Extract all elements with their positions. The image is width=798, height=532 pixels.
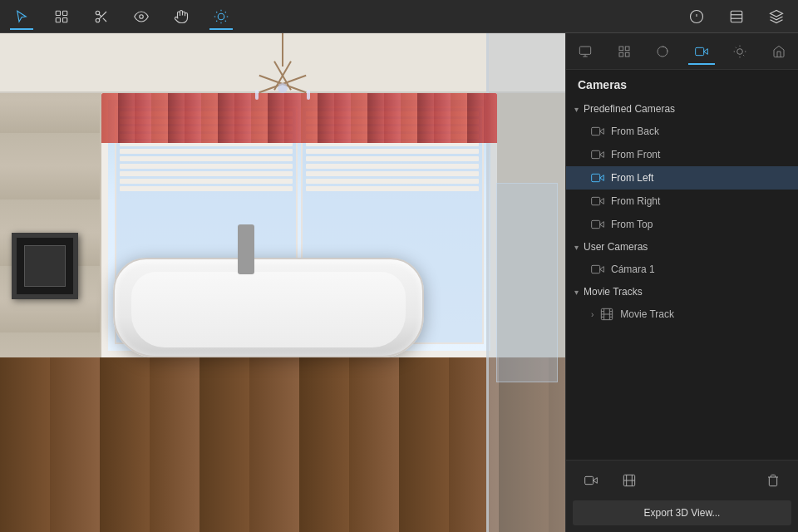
svg-rect-29 — [625, 52, 629, 57]
viewport[interactable] — [0, 33, 565, 532]
from-left-camera-icon — [591, 171, 604, 185]
wall-art — [12, 233, 78, 299]
eye-tool-icon[interactable] — [130, 5, 153, 28]
add-track-icon[interactable] — [616, 467, 643, 494]
info-icon[interactable] — [685, 5, 708, 28]
export-button[interactable]: Export 3D View... — [573, 500, 791, 525]
sun-tool-icon[interactable] — [209, 5, 233, 28]
svg-line-13 — [216, 12, 217, 12]
movie-track-label: Movie Track — [620, 308, 674, 320]
camara-1-label: Cámara 1 — [611, 264, 655, 275]
object-tool-icon[interactable] — [50, 5, 73, 28]
from-front-camera-icon — [591, 148, 604, 161]
user-cameras-chevron: ▾ — [574, 243, 579, 252]
bathtub-inner — [131, 272, 406, 347]
movie-tracks-chevron: ▾ — [574, 288, 579, 297]
camara-1-item[interactable]: Cámara 1 — [566, 258, 798, 281]
svg-rect-31 — [695, 47, 703, 55]
svg-line-8 — [99, 14, 101, 17]
camera-settings-icon[interactable] — [572, 38, 598, 65]
lighting-tab-icon[interactable] — [727, 38, 753, 65]
predefined-cameras-header[interactable]: ▾ Predefined Cameras — [566, 98, 798, 120]
bathroom-scene — [0, 33, 565, 532]
svg-rect-28 — [619, 52, 623, 57]
scissors-tool-icon[interactable] — [90, 5, 113, 28]
shower-panel — [486, 33, 565, 532]
svg-rect-0 — [56, 11, 60, 15]
from-right-label: From Right — [611, 195, 660, 207]
home-tab-icon[interactable] — [766, 38, 792, 65]
svg-rect-41 — [592, 174, 600, 181]
movie-tracks-label: Movie Tracks — [584, 286, 643, 298]
from-right-item[interactable]: From Right — [566, 190, 798, 213]
select-tool-icon[interactable] — [10, 5, 33, 28]
movie-track-item[interactable]: › Movie Track — [566, 303, 798, 326]
movie-track-icon — [600, 308, 613, 321]
top-toolbar — [0, 0, 798, 33]
svg-line-7 — [103, 17, 106, 21]
add-camera-icon[interactable] — [578, 467, 604, 494]
svg-line-35 — [736, 47, 736, 47]
svg-point-10 — [218, 13, 224, 20]
3d-view-icon[interactable] — [765, 5, 788, 28]
layers-icon[interactable] — [725, 5, 748, 28]
svg-rect-26 — [619, 47, 623, 51]
camara-1-camera-icon — [591, 263, 604, 276]
svg-point-5 — [96, 18, 100, 22]
panel-toolbar — [566, 33, 798, 70]
svg-rect-25 — [580, 47, 591, 54]
movie-tracks-header[interactable]: ▾ Movie Tracks — [566, 281, 798, 303]
main-content: Cameras ▾ Predefined Cameras From Back F… — [0, 33, 798, 532]
svg-line-36 — [743, 55, 744, 56]
svg-rect-46 — [585, 476, 594, 484]
from-top-camera-icon — [591, 218, 604, 231]
floor — [0, 357, 565, 532]
svg-rect-1 — [63, 11, 67, 15]
panel-title: Cameras — [566, 70, 798, 98]
svg-line-14 — [225, 20, 226, 21]
right-panel: Cameras ▾ Predefined Cameras From Back F… — [565, 33, 798, 532]
from-top-item[interactable]: From Top — [566, 213, 798, 236]
from-front-item[interactable]: From Front — [566, 143, 798, 166]
user-cameras-label: User Cameras — [584, 241, 648, 253]
chandelier — [258, 33, 308, 66]
from-left-label: From Left — [611, 172, 653, 184]
predefined-cameras-chevron: ▾ — [574, 105, 579, 114]
camera-layout-icon[interactable] — [611, 38, 638, 65]
svg-point-4 — [96, 11, 100, 15]
svg-line-18 — [225, 12, 226, 12]
cameras-panel: Cameras ▾ Predefined Cameras From Back F… — [566, 70, 798, 460]
delete-icon[interactable] — [760, 467, 786, 494]
camera-tab-icon[interactable] — [688, 38, 715, 65]
svg-rect-22 — [731, 11, 742, 22]
panel-bottom: Export 3D View... — [566, 460, 798, 532]
svg-rect-40 — [592, 150, 600, 158]
from-right-camera-icon — [591, 195, 604, 208]
movie-track-expand-chevron: › — [591, 310, 594, 319]
svg-point-9 — [140, 14, 144, 18]
from-back-item[interactable]: From Back — [566, 120, 798, 143]
panel-bottom-icons — [566, 461, 798, 500]
valance — [101, 93, 497, 143]
predefined-cameras-label: Predefined Cameras — [584, 103, 675, 115]
bathtub — [113, 258, 424, 357]
from-back-camera-icon — [591, 125, 604, 138]
svg-rect-3 — [63, 17, 67, 22]
chandelier-chain — [282, 33, 283, 66]
svg-rect-42 — [592, 197, 600, 204]
from-front-label: From Front — [611, 149, 660, 160]
from-left-item[interactable]: From Left — [566, 166, 798, 190]
svg-line-17 — [216, 20, 217, 21]
from-back-label: From Back — [611, 126, 659, 137]
svg-rect-44 — [592, 265, 600, 273]
svg-rect-27 — [625, 47, 629, 51]
faucet — [238, 224, 254, 274]
material-icon[interactable] — [649, 38, 676, 65]
user-cameras-header[interactable]: ▾ User Cameras — [566, 236, 798, 258]
svg-rect-43 — [592, 220, 600, 228]
svg-rect-2 — [56, 17, 60, 22]
hand-tool-icon[interactable] — [170, 5, 193, 28]
svg-point-32 — [737, 48, 743, 54]
svg-rect-39 — [592, 127, 600, 135]
from-top-label: From Top — [611, 219, 653, 230]
